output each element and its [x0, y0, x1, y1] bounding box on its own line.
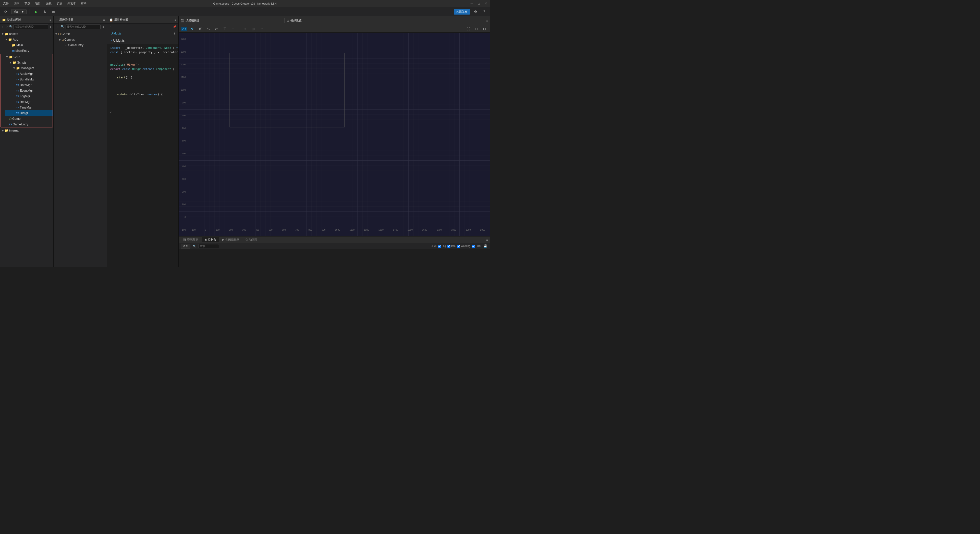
- hierarchy-add-btn[interactable]: +: [55, 24, 59, 29]
- align-left-btn[interactable]: ⊣: [230, 26, 236, 32]
- tree-item-logmgr[interactable]: TS LogMgr: [5, 94, 52, 99]
- resmgr-ts-icon: TS: [16, 100, 19, 103]
- tree-item-core[interactable]: ▶ 📁 Core: [5, 54, 52, 60]
- snap-btn[interactable]: ⊞: [250, 26, 256, 32]
- main-dropdown[interactable]: Main ▼: [11, 9, 27, 14]
- asset-list-icon[interactable]: ≡: [49, 24, 52, 29]
- tree-item-assets[interactable]: ▶ 📁 assets: [0, 31, 53, 37]
- tree-item-timemgr[interactable]: TS TimeMgr: [5, 105, 52, 110]
- tree-item-audiomgr[interactable]: TS AudioMgr: [5, 71, 52, 77]
- tab-asset-preview[interactable]: 🖼 资源预览: [181, 237, 201, 242]
- info-checkbox[interactable]: [447, 245, 450, 248]
- filter-log[interactable]: Log: [438, 245, 446, 248]
- tree-item-app[interactable]: ▶ 📁 App: [0, 37, 53, 42]
- hierarchy-menu-icon[interactable]: ≡: [103, 18, 105, 22]
- gizmo-btn[interactable]: ✥: [189, 26, 196, 32]
- minimize-btn[interactable]: ─: [469, 1, 475, 6]
- console-search-input[interactable]: [199, 244, 219, 248]
- datamgr-ts-icon: TS: [16, 84, 19, 86]
- settings-icon[interactable]: ⚙: [286, 19, 290, 22]
- maximize-scene-btn[interactable]: □: [473, 26, 480, 32]
- scale-btn[interactable]: ⤡: [205, 26, 212, 32]
- code-editor[interactable]: import { _decorator, Component, Node } f…: [107, 44, 178, 267]
- menu-devtools[interactable]: 开发者: [66, 1, 77, 6]
- hierarchy-search-input[interactable]: [65, 24, 100, 29]
- menu-extend[interactable]: 扩展: [56, 1, 63, 6]
- maximize-btn[interactable]: □: [476, 1, 482, 6]
- layout-btn[interactable]: ⊞: [50, 8, 57, 15]
- internal-folder-icon: 📁: [5, 129, 8, 132]
- scene-menu-icon[interactable]: ≡: [486, 19, 488, 22]
- core-folder-icon: 📁: [9, 55, 13, 59]
- menu-help[interactable]: 帮助: [80, 1, 88, 6]
- console-clear-btn[interactable]: 清空: [181, 244, 190, 249]
- fullscreen-btn[interactable]: ⛶: [465, 26, 472, 32]
- tab-console[interactable]: ⊞ 控制台: [202, 237, 219, 242]
- inspector-icon: 📋: [109, 18, 113, 22]
- tree-item-resmgr[interactable]: TS ResMgr: [5, 99, 52, 105]
- camera-btn[interactable]: ⊙: [242, 26, 248, 32]
- rotate-btn[interactable]: ↺: [197, 26, 204, 32]
- error-checkbox[interactable]: [472, 245, 475, 248]
- more-btn[interactable]: ⋯: [258, 26, 265, 32]
- build-btn[interactable]: 构建发布: [454, 9, 470, 14]
- align-top-btn[interactable]: ⊤: [221, 26, 228, 32]
- tree-item-scripts[interactable]: ▶ 📁 Scripts: [5, 60, 52, 65]
- 2d-mode-btn[interactable]: 2D: [181, 27, 187, 31]
- info-btn[interactable]: ℹ: [172, 32, 177, 36]
- scene-view[interactable]: 1400 1300 1200 1100 1000 900 800 700 600…: [179, 33, 490, 236]
- asset-delete-btn[interactable]: ✕: [5, 24, 9, 29]
- pin-btn[interactable]: 📌: [172, 24, 177, 29]
- menu-panel[interactable]: 面板: [45, 1, 52, 6]
- tree-item-uimgr[interactable]: TS UIMgr: [5, 110, 52, 116]
- tab-anim-graph[interactable]: ⬡ 动画图: [243, 237, 260, 242]
- refresh-btn[interactable]: ↻: [41, 8, 48, 15]
- hierarchy-canvas-node[interactable]: ▶ □ Canvas: [54, 37, 107, 42]
- asset-menu-icon[interactable]: ≡: [49, 18, 51, 22]
- menu-project[interactable]: 项目: [34, 1, 42, 6]
- nav-forward-btn[interactable]: →: [115, 24, 119, 29]
- hierarchy-game-node[interactable]: ▶ ⬡ Game: [54, 31, 107, 37]
- sync-icon[interactable]: ⟳: [3, 8, 9, 15]
- tree-item-bundlemgr[interactable]: TS BundleMgr: [5, 77, 52, 82]
- play-btn[interactable]: ▶: [33, 8, 40, 15]
- tab-uimgr[interactable]: UIMgr.ts: [109, 31, 123, 36]
- tree-item-game[interactable]: ⬡ Game: [5, 116, 52, 121]
- filter-error[interactable]: Error: [472, 245, 481, 248]
- menu-edit[interactable]: 编辑: [13, 1, 21, 6]
- console-save-icon[interactable]: 💾: [483, 244, 488, 249]
- asset-toolbar: + ✕ 🔍 ≡: [0, 24, 53, 30]
- toolbar-right: 构建发布 ⚙ ?: [454, 8, 487, 15]
- tree-item-datamgr[interactable]: TS DataMgr: [5, 82, 52, 88]
- tree-item-mainentry[interactable]: ▶ TS MainEntry: [0, 48, 53, 54]
- tree-item-gameentry[interactable]: TS GameEntry: [5, 121, 52, 127]
- warning-checkbox[interactable]: [457, 245, 460, 248]
- app-label: App: [13, 38, 18, 41]
- inspector-menu-icon[interactable]: ≡: [175, 18, 177, 22]
- tab-animation[interactable]: ▶ 动画编辑器: [220, 237, 242, 242]
- tree-item-main[interactable]: ▶ 📁 Main: [0, 42, 53, 48]
- help-icon[interactable]: ?: [481, 8, 487, 15]
- settings2-btn[interactable]: ⊟: [481, 26, 488, 32]
- menu-node[interactable]: 节点: [24, 1, 31, 6]
- asset-add-btn[interactable]: +: [1, 24, 5, 29]
- menu-file[interactable]: 文件: [2, 1, 10, 6]
- console-toolbar: 清空 🔍 正则 Log Info: [179, 243, 490, 249]
- inspector-panel-title: 属性检查器: [114, 18, 173, 22]
- tree-item-internal[interactable]: ▶ 📁 internal: [0, 128, 53, 133]
- close-btn[interactable]: ✕: [483, 1, 489, 6]
- filter-info[interactable]: Info: [447, 245, 455, 248]
- rect-btn[interactable]: ▭: [213, 26, 220, 32]
- hierarchy-list-icon[interactable]: ≡: [101, 24, 106, 29]
- log-checkbox[interactable]: [438, 245, 441, 248]
- tree-item-managers[interactable]: ▶ 📁 Managers: [5, 65, 52, 71]
- bottom-menu-icon[interactable]: ≡: [486, 238, 488, 242]
- nav-back-btn[interactable]: ←: [109, 24, 113, 29]
- tree-item-eventmgr[interactable]: TS EventMgr: [5, 88, 52, 94]
- filter-warning[interactable]: Warning: [457, 245, 470, 248]
- filename-label: UIMgr.ts: [113, 39, 125, 42]
- asset-search-input[interactable]: [13, 24, 48, 29]
- gameentry-node-icon: ○: [65, 43, 67, 47]
- hierarchy-gameentry-node[interactable]: ▶ ○ GameEntry: [54, 42, 107, 48]
- publish-icon[interactable]: ⚙: [472, 8, 479, 15]
